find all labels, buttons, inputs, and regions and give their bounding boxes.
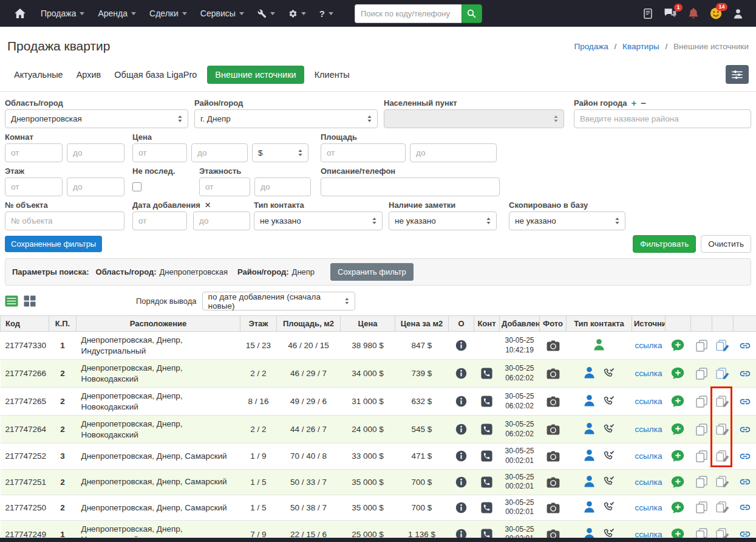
copy-icon[interactable] [696,340,707,352]
info-icon[interactable] [455,476,467,488]
phone-icon[interactable] [481,424,492,435]
smiley-icon[interactable]: 14 [710,7,722,19]
date-to-input[interactable] [193,211,250,230]
reader-icon[interactable] [644,9,652,19]
copy-icon[interactable] [696,501,707,513]
nav-item-services[interactable]: Сервисы [200,9,244,18]
source-link[interactable]: ссылка [635,451,662,461]
nav-item-deals[interactable]: Сделки [149,9,187,18]
apply-filter-button[interactable]: Фильтровать [633,235,696,253]
external-link-icon[interactable] [738,340,752,352]
external-link-icon[interactable] [738,501,752,513]
phone-check-icon[interactable] [603,501,615,512]
external-link-icon[interactable] [738,396,752,408]
add-comment-icon[interactable] [671,339,685,352]
contact-person-icon[interactable] [584,394,595,406]
copy-edit-icon[interactable] [716,396,729,408]
search-input[interactable] [355,4,461,23]
remove-city-area-button[interactable]: − [641,98,646,108]
area-from-input[interactable] [321,143,406,162]
copy-icon[interactable] [696,424,707,436]
grid-view-icon[interactable] [24,295,36,307]
camera-icon[interactable] [547,396,560,407]
saved-filters-button[interactable]: Сохраненные фильтры [5,236,102,252]
profile-icon[interactable] [734,9,743,19]
copied-to-base-select[interactable]: не указано [509,211,625,230]
floor-to-input[interactable] [67,177,124,196]
copy-edit-icon[interactable] [716,424,729,436]
rooms-from-input[interactable] [5,143,63,162]
camera-icon[interactable] [547,368,560,379]
notifications-bell-icon[interactable] [689,8,698,19]
info-icon[interactable] [455,396,467,407]
object-id-input[interactable] [5,211,124,230]
floors-total-from-input[interactable] [199,177,250,196]
nav-item-rent[interactable]: Аренда [98,9,136,18]
area-to-input[interactable] [410,143,497,162]
external-link-icon[interactable] [738,450,752,462]
camera-icon[interactable] [547,476,560,488]
copy-edit-icon[interactable] [716,450,729,462]
copy-icon[interactable] [696,368,707,380]
messages-icon[interactable]: 1 [664,8,677,19]
camera-icon[interactable] [547,450,560,462]
save-filter-button[interactable]: Сохранить фильтр [330,263,414,281]
camera-icon[interactable] [547,340,560,351]
phone-icon[interactable] [481,396,492,407]
clear-filter-button[interactable]: Очистить [701,235,751,253]
add-comment-icon[interactable] [671,476,685,489]
tab-ligapro-base[interactable]: Общая база LigaPro [107,66,203,84]
sort-order-select[interactable]: по дате добавления (сначала новые) [202,292,355,310]
copy-icon[interactable] [696,476,707,488]
copy-edit-icon[interactable] [716,340,729,352]
price-from-input[interactable] [132,143,187,162]
list-view-icon[interactable] [5,295,18,307]
phone-check-icon[interactable] [603,475,615,487]
add-comment-icon[interactable] [671,395,685,408]
price-to-input[interactable] [191,143,248,162]
rooms-to-input[interactable] [67,143,124,162]
floor-from-input[interactable] [5,177,63,196]
copy-edit-icon[interactable] [716,501,729,513]
breadcrumb-link-sales[interactable]: Продажа [574,42,608,51]
external-link-icon[interactable] [738,368,752,380]
district-select[interactable]: г. Днепр [194,109,378,128]
copy-edit-icon[interactable] [716,476,729,488]
nav-item-sales[interactable]: Продажа [41,9,84,18]
source-link[interactable]: ссылка [635,397,662,406]
contact-person-icon[interactable] [584,449,595,461]
source-link[interactable]: ссылка [635,425,662,434]
not-last-floor-checkbox[interactable] [132,182,141,191]
help-menu[interactable]: ? [319,9,333,19]
external-link-icon[interactable] [738,476,752,488]
camera-icon[interactable] [547,424,560,435]
contact-person-icon[interactable] [584,366,595,379]
phone-check-icon[interactable] [603,423,615,434]
home-icon[interactable] [15,9,26,18]
phone-icon[interactable] [481,368,492,379]
phone-icon[interactable] [481,450,492,462]
city-area-input[interactable] [574,109,751,128]
add-city-area-button[interactable]: + [632,98,637,108]
phone-icon[interactable] [481,502,492,513]
add-comment-icon[interactable] [671,450,685,462]
settings-menu[interactable] [288,9,306,18]
date-from-input[interactable] [132,211,187,230]
tab-external-sources[interactable]: Внешние источники [207,66,304,84]
info-icon[interactable] [455,450,467,462]
floors-total-to-input[interactable] [254,177,311,196]
contact-person-icon[interactable] [584,501,595,513]
has-note-select[interactable]: не указано [389,211,497,230]
phone-icon[interactable] [481,476,492,488]
phone-check-icon[interactable] [603,395,615,406]
info-icon[interactable] [455,340,467,351]
info-icon[interactable] [455,502,467,513]
info-icon[interactable] [455,368,467,379]
description-phone-input[interactable] [321,177,500,196]
region-select[interactable]: Днепропетровская [5,109,188,128]
source-link[interactable]: ссылка [635,478,662,487]
copy-edit-icon[interactable] [716,368,729,380]
tools-menu[interactable] [257,9,275,18]
contact-type-select[interactable]: не указано [254,211,383,230]
filter-settings-button[interactable] [726,65,749,84]
